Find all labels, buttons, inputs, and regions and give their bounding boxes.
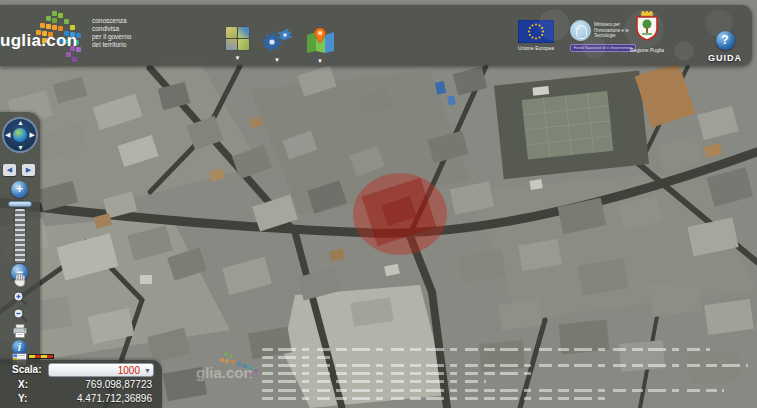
tagline-line: del territorio: [92, 41, 131, 49]
help-question-icon: ?: [716, 31, 735, 50]
map-toolbar: ▲ ▼ ◀ ▶ ◀ ▶ + −: [0, 112, 40, 364]
zoom-in-button[interactable]: +: [11, 181, 28, 198]
zoom-in-tool[interactable]: [12, 290, 28, 306]
y-coordinate-value: 4.471.712,36896: [77, 393, 152, 404]
tagline-line: conoscenza: [92, 17, 131, 25]
guida-label: GUIDA: [708, 53, 742, 63]
chevron-down-icon: ▼: [317, 58, 323, 64]
partner-unione-europea[interactable]: Unione Europea: [518, 20, 554, 51]
scala-input[interactable]: 1000 ▼: [48, 363, 154, 377]
pan-west-arrow-icon[interactable]: ◀: [5, 131, 10, 138]
pan-compass[interactable]: ▲ ▼ ◀ ▶: [2, 117, 38, 153]
chevron-down-icon: ▼: [274, 57, 280, 63]
pan-south-arrow-icon[interactable]: ▼: [17, 144, 24, 151]
partner-label: Regione Puglia: [630, 47, 664, 53]
hand-icon: [12, 272, 28, 288]
x-label: X:: [18, 379, 28, 390]
zoom-slider-handle[interactable]: [8, 201, 32, 207]
scale-bar: [28, 354, 54, 359]
printer-icon: [12, 323, 28, 339]
partner-regione-puglia[interactable]: Regione Puglia: [630, 11, 664, 53]
gears-icon: [261, 27, 293, 52]
partner-label: Unione Europea: [518, 45, 554, 51]
chevron-down-icon: ▼: [235, 55, 241, 61]
brand-tagline: conoscenza condivisa per il governo del …: [92, 17, 131, 49]
globe-icon[interactable]: [13, 128, 27, 142]
x-coordinate-value: 769.098,87723: [85, 379, 152, 390]
tagline-line: condivisa: [92, 25, 131, 33]
eu-flag-icon: [518, 20, 554, 43]
scala-label: Scala:: [12, 364, 41, 375]
brand-title: uglia.con: [0, 31, 77, 51]
previous-extent-button[interactable]: ◀: [3, 164, 16, 176]
app-viewport: glia.con: [0, 0, 757, 408]
pan-north-arrow-icon[interactable]: ▲: [17, 119, 24, 126]
pan-hand-tool[interactable]: [12, 272, 28, 288]
base-maps-menu[interactable]: ▼: [226, 27, 249, 64]
tagline-line: per il governo: [92, 33, 131, 41]
zoom-slider-track[interactable]: [15, 209, 25, 263]
map-selection-highlight: [353, 173, 447, 255]
magnifier-plus-icon: [12, 290, 28, 306]
egovernment-banner: Fondi Nazionali di e-Government: [570, 44, 636, 52]
locate-menu[interactable]: ▼: [305, 27, 335, 64]
header-bar: uglia.con conoscenza condivisa per il go…: [0, 5, 752, 66]
header-menus: ▼: [226, 27, 335, 64]
guida-help-button[interactable]: ? GUIDA: [708, 31, 742, 63]
scala-dropdown-icon[interactable]: ▼: [144, 367, 151, 375]
next-extent-button[interactable]: ▶: [22, 164, 35, 176]
extent-history: ◀ ▶: [3, 164, 35, 176]
coordinates-panel: Scala: 1000 ▼ X: 769.098,87723 Y: 4.471.…: [0, 360, 162, 408]
magnifier-minus-icon: [12, 307, 28, 323]
tools-menu[interactable]: ▼: [261, 27, 293, 64]
zoom-out-tool[interactable]: [12, 307, 28, 323]
y-label: Y:: [18, 393, 27, 404]
scala-value: 1000: [118, 365, 140, 376]
regione-puglia-crest-icon: [634, 11, 660, 45]
print-tool[interactable]: [12, 323, 28, 339]
pan-east-arrow-icon[interactable]: ▶: [30, 131, 35, 138]
map-pin-icon: [305, 27, 335, 53]
map-tiles-icon: [226, 27, 249, 50]
ministero-logo-icon: [570, 20, 591, 41]
